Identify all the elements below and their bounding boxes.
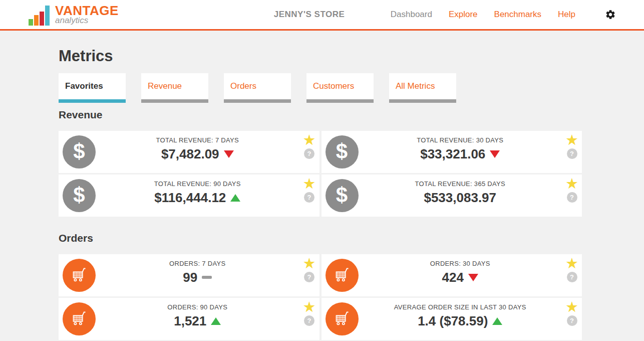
card-actions: ★?	[562, 131, 582, 173]
metric-label: TOTAL REVENUE: 7 DAYS	[156, 136, 239, 144]
card-actions: ★?	[299, 131, 319, 173]
help-icon[interactable]: ?	[567, 272, 577, 282]
tab-favorites[interactable]: Favorites	[59, 73, 126, 103]
app-header: VANTAGE analytics JENNY'S STORE Dashboar…	[0, 0, 644, 31]
metric-value-text: $33,321.06	[420, 146, 485, 161]
metric-label: TOTAL REVENUE: 90 DAYS	[154, 180, 241, 188]
trend-up-indicator	[230, 194, 240, 202]
nav-explore[interactable]: Explore	[449, 10, 478, 20]
metric-body: TOTAL REVENUE: 90 DAYS$116,444.12	[96, 175, 299, 217]
metric-label: ORDERS: 7 DAYS	[169, 260, 225, 267]
trend-flat-indicator	[202, 276, 212, 279]
cart-icon	[326, 259, 359, 292]
favorite-star-icon[interactable]: ★	[565, 133, 578, 146]
metric-value-text: 1.4 ($78.59)	[418, 313, 488, 328]
metric-card-total-revenue-7-days: $TOTAL REVENUE: 7 DAYS$7,482.09★?	[59, 131, 319, 173]
tab-label: All Metrics	[396, 81, 435, 91]
trend-down-indicator	[224, 150, 234, 158]
metric-value: 424	[442, 270, 478, 285]
help-icon[interactable]: ?	[567, 148, 577, 159]
tab-orders[interactable]: Orders	[224, 73, 291, 103]
favorite-star-icon[interactable]: ★	[565, 300, 578, 313]
card-actions: ★?	[562, 298, 582, 340]
metric-value: 99	[183, 270, 212, 285]
help-icon[interactable]: ?	[304, 315, 314, 326]
nav-dashboard[interactable]: Dashboard	[391, 10, 432, 20]
metric-value-text: 99	[183, 270, 197, 285]
dollar-icon: $	[326, 179, 359, 212]
metric-value-text: $116,444.12	[154, 190, 226, 205]
help-icon[interactable]: ?	[304, 272, 314, 282]
metric-value-text: $533,083.97	[424, 190, 496, 205]
favorite-star-icon[interactable]: ★	[565, 177, 578, 190]
metric-value: $533,083.97	[424, 190, 496, 205]
card-actions: ★?	[299, 298, 319, 340]
card-actions: ★?	[299, 175, 319, 217]
trend-up-indicator	[211, 317, 221, 325]
card-actions: ★?	[299, 254, 319, 296]
metric-value: $33,321.06	[420, 146, 500, 161]
metric-body: TOTAL REVENUE: 365 DAYS$533,083.97	[359, 175, 562, 217]
cart-icon	[326, 302, 359, 335]
vantage-logo[interactable]: VANTAGE analytics	[29, 4, 119, 26]
cart-icon	[63, 302, 96, 335]
metric-body: ORDERS: 30 DAYS424	[359, 254, 562, 296]
nav-help[interactable]: Help	[558, 10, 575, 20]
metric-value-text: $7,482.09	[161, 146, 219, 161]
metric-body: TOTAL REVENUE: 30 DAYS$33,321.06	[359, 131, 562, 173]
favorite-star-icon[interactable]: ★	[303, 177, 316, 190]
metric-card-average-order-size-in-last-30-days: AVERAGE ORDER SIZE IN LAST 30 DAYS1.4 ($…	[321, 298, 582, 340]
tab-label: Revenue	[148, 81, 182, 91]
logo-bars-icon	[29, 6, 51, 26]
metric-label: TOTAL REVENUE: 30 DAYS	[417, 136, 503, 144]
metric-value: $116,444.12	[154, 190, 240, 205]
tab-label: Customers	[313, 81, 354, 91]
metric-body: AVERAGE ORDER SIZE IN LAST 30 DAYS1.4 ($…	[359, 298, 562, 340]
tab-all-metrics[interactable]: All Metrics	[389, 73, 456, 103]
trend-down-indicator	[490, 150, 500, 158]
favorite-star-icon[interactable]: ★	[565, 257, 578, 270]
tab-label: Orders	[230, 81, 256, 91]
main-nav: DashboardExploreBenchmarksHelp	[391, 10, 575, 20]
help-icon[interactable]: ?	[567, 192, 577, 203]
trend-down-indicator	[468, 274, 478, 281]
section-title-orders: Orders	[59, 232, 582, 244]
favorite-star-icon[interactable]: ★	[303, 257, 316, 270]
logo-brand: VANTAGE	[55, 4, 119, 17]
help-icon[interactable]: ?	[567, 315, 577, 326]
tab-revenue[interactable]: Revenue	[141, 73, 208, 103]
metric-body: ORDERS: 7 DAYS99	[96, 254, 299, 296]
card-actions: ★?	[562, 175, 582, 217]
tabs: FavoritesRevenueOrdersCustomersAll Metri…	[59, 73, 582, 103]
cart-icon	[63, 259, 96, 292]
help-icon[interactable]: ?	[304, 192, 314, 203]
section-title-revenue: Revenue	[59, 109, 582, 121]
card-grid-orders: ORDERS: 7 DAYS99★?ORDERS: 30 DAYS424★?OR…	[59, 254, 582, 340]
dollar-icon: $	[63, 135, 96, 168]
metric-label: ORDERS: 90 DAYS	[167, 303, 227, 311]
metric-value: 1.4 ($78.59)	[418, 313, 502, 328]
tab-customers[interactable]: Customers	[306, 73, 374, 103]
trend-up-indicator	[492, 317, 502, 325]
metric-label: TOTAL REVENUE: 365 DAYS	[415, 180, 505, 188]
metric-value: $7,482.09	[161, 146, 234, 161]
metric-body: ORDERS: 90 DAYS1,521	[96, 298, 299, 340]
metric-card-total-revenue-90-days: $TOTAL REVENUE: 90 DAYS$116,444.12★?	[59, 175, 319, 217]
tab-label: Favorites	[65, 81, 103, 91]
metric-label: ORDERS: 30 DAYS	[430, 260, 490, 267]
metric-body: TOTAL REVENUE: 7 DAYS$7,482.09	[96, 131, 299, 173]
favorite-star-icon[interactable]: ★	[303, 133, 316, 146]
favorite-star-icon[interactable]: ★	[303, 300, 316, 313]
nav-benchmarks[interactable]: Benchmarks	[494, 10, 541, 20]
metric-card-orders-30-days: ORDERS: 30 DAYS424★?	[321, 254, 582, 296]
metric-value-text: 1,521	[174, 313, 206, 328]
store-name: JENNY'S STORE	[274, 10, 345, 20]
metric-value: 1,521	[174, 313, 221, 328]
card-grid-revenue: $TOTAL REVENUE: 7 DAYS$7,482.09★?$TOTAL …	[59, 131, 582, 217]
settings-gear-icon[interactable]	[605, 9, 616, 20]
metric-value-text: 424	[442, 270, 464, 285]
metric-card-total-revenue-30-days: $TOTAL REVENUE: 30 DAYS$33,321.06★?	[321, 131, 582, 173]
dollar-icon: $	[63, 179, 96, 212]
metrics-page: Metrics FavoritesRevenueOrdersCustomersA…	[59, 48, 582, 340]
help-icon[interactable]: ?	[304, 148, 314, 159]
